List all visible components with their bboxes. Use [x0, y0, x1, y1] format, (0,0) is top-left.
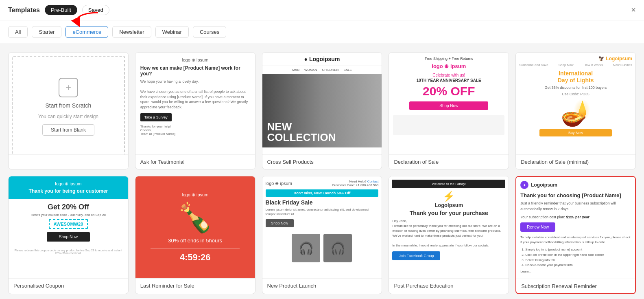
- coup-header: logo ⊕ ipsum Thank you for being our cus…: [9, 176, 128, 199]
- coup-body: Get 20% Off Here's your coupon code - Bu…: [9, 199, 128, 249]
- coup-footer: Please redeem this coupon code on any pr…: [9, 249, 128, 258]
- card-declaration-minimal[interactable]: 🦅 Logoipsum Subscribe and SaveShop NowHo…: [515, 52, 636, 169]
- decl-off: 20% OFF: [393, 84, 504, 98]
- filter-starter[interactable]: Starter: [32, 26, 61, 38]
- card-label-reminder: Last Reminder for Sale: [135, 278, 255, 293]
- launch-contact: Need Help? ContactCustomer Care: +1 800 …: [332, 180, 379, 187]
- crosssell-preview: ● Logoipsum MANWOMANCHILDRENSALE NEW COL…: [262, 53, 382, 154]
- declm-logo: 🦅 Logoipsum: [519, 56, 632, 62]
- t-title: How we can make [Product Name] work for …: [140, 65, 250, 77]
- card-testimonial[interactable]: logo ⊕ ipsum How we can make [Product Na…: [135, 52, 255, 169]
- rem-divider: [151, 248, 240, 249]
- coupon-preview: logo ⊕ ipsum Thank you for being our cus…: [9, 176, 128, 278]
- top-bar: Templates Pre-Built Saved ×: [0, 0, 644, 20]
- declm-title: InternationalDay of Lights: [519, 70, 632, 84]
- rem-bottle-icon: 🍾: [177, 201, 213, 234]
- filter-newsletter[interactable]: Newsletter: [112, 26, 151, 38]
- declaration-inner: Free Shipping + Free Returns logo ⊕ ipsu…: [389, 53, 509, 139]
- coup-desc: Here's your coupon code - But hurry, end…: [13, 213, 124, 217]
- card-newlaunch[interactable]: logo ⊕ ipsum Need Help? ContactCustomer …: [262, 176, 382, 294]
- pp-lightning-icon: ⚡: [392, 191, 505, 202]
- reminder-inner: logo ⊕ ipsum 🍾 30% off ends in 5hours 4:…: [135, 176, 255, 278]
- coup-discount: Get 20% Off: [13, 203, 124, 211]
- headphones-icon-1: 🎧: [292, 234, 320, 262]
- tab-saved[interactable]: Saved: [82, 5, 109, 15]
- card-coupon[interactable]: logo ⊕ ipsum Thank you for being our cus…: [8, 176, 129, 294]
- card-reminder[interactable]: logo ⊕ ipsum 🍾 30% off ends in 5hours 4:…: [135, 176, 255, 294]
- card-label-crosssell: Cross Sell Products: [262, 154, 382, 169]
- launch-shop-btn: Shop Now: [266, 219, 294, 227]
- declm-buy-btn: Buy Now: [539, 129, 612, 136]
- filter-ecommerce[interactable]: eCommerce: [65, 26, 108, 38]
- pp-logo-area: ⚡ Logoipsum: [392, 191, 505, 208]
- filter-bar: All Starter eCommerce Newsletter Webinar…: [0, 20, 644, 44]
- headphones-icon-2: 🎧: [323, 234, 352, 262]
- sub-body: Just a friendly reminder that your busin…: [520, 201, 631, 212]
- rem-pct: 30% off ends in 5hours: [168, 237, 222, 244]
- scratch-preview: + Start from Scratch You can quickly sta…: [9, 53, 128, 154]
- sub-closing: Learn...: [520, 270, 631, 273]
- coup-code: AWESOMW20: [49, 219, 88, 229]
- testimonial-preview: logo ⊕ ipsum How we can make [Product Na…: [135, 53, 255, 154]
- t-logo: logo ⊕ ipsum: [140, 57, 250, 63]
- card-label-coupon: Personalised Coupon: [9, 278, 128, 293]
- sub-renew-btn: Renew Now: [520, 222, 555, 232]
- cs-tag: NEW COLLECTION: [267, 121, 336, 143]
- card-crosssell[interactable]: ● Logoipsum MANWOMANCHILDRENSALE NEW COL…: [262, 52, 382, 169]
- card-label-subscription: Subscription Renewal Reminder: [516, 279, 635, 293]
- decl-anniversary: 10TH YEAR ANNIVERSARY SALE: [393, 78, 504, 83]
- decl-shipping: Free Shipping + Free Returns: [393, 57, 504, 61]
- newlaunch-inner: logo ⊕ ipsum Need Help? ContactCustomer …: [262, 176, 382, 266]
- launch-header: logo ⊕ ipsum Need Help? ContactCustomer …: [266, 180, 379, 187]
- cs-logo: ● Logoipsum: [262, 53, 382, 66]
- declm-code: Use Code: PD35: [519, 92, 632, 96]
- testimonial-inner: logo ⊕ ipsum How we can make [Product Na…: [135, 53, 255, 141]
- card-subscription[interactable]: ✦ Logoipsum Thank you for choosing [Prod…: [515, 176, 636, 294]
- coup-tagline: Thank you for being our customer: [13, 188, 123, 194]
- filter-webinar[interactable]: Webinar: [155, 26, 189, 38]
- sub-price: Your subscription cost plan: $125 per ye…: [520, 215, 631, 219]
- decl-celebrate: Celebrate with us!: [393, 73, 504, 77]
- scratch-sub: You can quickly start design: [38, 114, 98, 119]
- pp-facebook-btn: Join Facebook Group: [392, 251, 440, 260]
- add-icon: +: [59, 78, 78, 97]
- declm-nav: Subscribe and SaveShop NowHow It WorksNe…: [519, 63, 632, 67]
- declm-sub: Get 35% discounts for first 100 buyers: [519, 86, 632, 90]
- t-survey-btn: Take a Survey: [140, 113, 172, 121]
- declaration-preview: Free Shipping + Free Returns logo ⊕ ipsu…: [389, 53, 509, 154]
- cs-img: NEW COLLECTION: [262, 74, 382, 147]
- subscription-inner: ✦ Logoipsum Thank you for choosing [Prod…: [516, 177, 635, 277]
- card-label-newlaunch: New Product Launch: [262, 278, 382, 293]
- scratch-inner: + Start from Scratch You can quickly sta…: [12, 56, 125, 154]
- card-label-testimonial: Ask for Testimonial: [135, 154, 255, 169]
- card-label-declaration-minimal: Declaration of Sale (minimal): [516, 154, 635, 169]
- launch-body: Lorem ipsum dolor sit amet, consectetur …: [266, 207, 379, 216]
- ecommerce-wrapper: eCommerce: [65, 26, 108, 38]
- card-label-scratch: [9, 154, 128, 169]
- decl-shop-btn: Shop Now: [409, 101, 488, 110]
- card-declaration[interactable]: Free Shipping + Free Returns logo ⊕ ipsu…: [389, 52, 509, 169]
- card-scratch[interactable]: + Start from Scratch You can quickly sta…: [8, 52, 129, 169]
- declm-inner: 🦅 Logoipsum Subscribe and SaveShop NowHo…: [516, 53, 635, 140]
- card-label-postpurchase: Post Purchase Education: [389, 278, 509, 293]
- start-blank-button[interactable]: Start from Blank: [42, 124, 94, 136]
- coup-logo: logo ⊕ ipsum: [13, 181, 123, 187]
- cs-nav: MANWOMANCHILDRENSALE: [262, 66, 382, 74]
- pp-topbar: Welcome to the Family!: [392, 180, 505, 188]
- coup-shop-btn: Shop Now: [47, 232, 90, 242]
- rem-timer: 4:59:26: [180, 252, 211, 263]
- decl-logo: logo ⊕ ipsum: [393, 63, 504, 69]
- crosssell-inner: ● Logoipsum MANWOMANCHILDRENSALE NEW COL…: [262, 53, 382, 154]
- newlaunch-preview: logo ⊕ ipsum Need Help? ContactCustomer …: [262, 176, 382, 278]
- sub-list: Simply log in to [product name] account …: [520, 247, 631, 268]
- filter-courses[interactable]: Courses: [193, 26, 226, 38]
- t-body: We hope you're having a lovely day.We ha…: [140, 79, 250, 110]
- launch-title: Black Friday Sale: [266, 199, 379, 206]
- tab-prebuilt[interactable]: Pre-Built: [45, 5, 77, 15]
- close-button[interactable]: ×: [631, 5, 636, 15]
- filter-all[interactable]: All: [8, 26, 28, 38]
- launch-logo: logo ⊕ ipsum: [266, 181, 292, 186]
- sub-note: To help maintain consistent and uninterr…: [520, 235, 631, 245]
- card-postpurchase[interactable]: Welcome to the Family! ⚡ Logoipsum Thank…: [389, 176, 509, 294]
- sub-logo-icon: ✦: [520, 181, 528, 189]
